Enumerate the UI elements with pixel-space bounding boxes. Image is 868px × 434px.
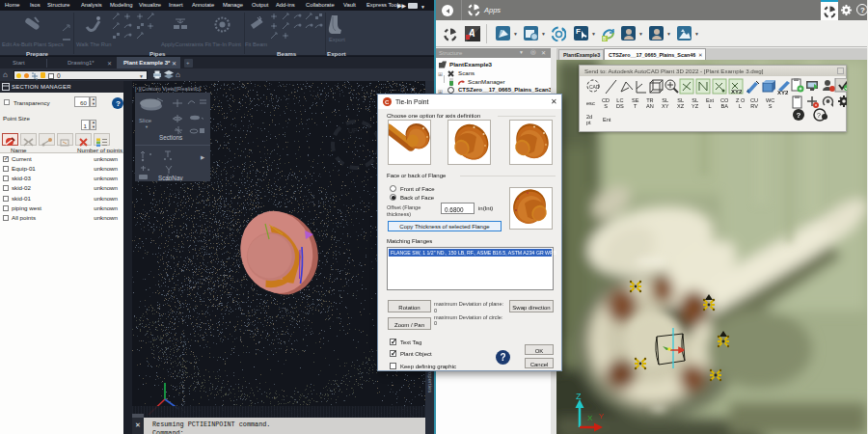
svg-text:UP: UP: [348, 127, 358, 134]
svg-text:X: X: [587, 414, 593, 422]
svg-text:XY2: XY2: [777, 90, 789, 95]
svg-text:?: ?: [817, 112, 821, 119]
svg-text:Z: Z: [576, 392, 582, 401]
svg-text:CAD: CAD: [589, 84, 600, 90]
svg-text:XY2: XY2: [731, 89, 743, 95]
svg-text:Y: Y: [599, 412, 605, 420]
svg-text:?: ?: [797, 111, 801, 120]
